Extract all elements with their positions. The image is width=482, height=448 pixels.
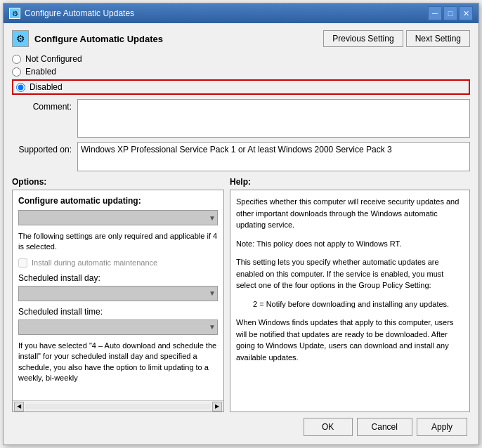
maintenance-checkbox-item: Install during automatic maintenance	[18, 258, 218, 268]
help-para-2: Note: This policy does not apply to Wind…	[236, 238, 464, 250]
title-bar: ⚙ Configure Automatic Updates ─ □ ✕	[4, 4, 478, 23]
enabled-label: Enabled	[25, 67, 56, 77]
comment-textarea[interactable]	[77, 99, 470, 138]
option-note: The following settings are only required…	[18, 231, 218, 253]
title-bar-buttons: ─ □ ✕	[428, 6, 473, 20]
disabled-label: Disabled	[30, 82, 63, 92]
schedule-day-label: Scheduled install day:	[18, 273, 218, 283]
enabled-option[interactable]: Enabled	[12, 67, 470, 77]
cancel-button[interactable]: Cancel	[357, 418, 412, 436]
help-inner[interactable]: Specifies whether this computer will rec…	[230, 190, 469, 411]
supported-value: Windows XP Professional Service Pack 1 o…	[77, 142, 470, 171]
header-left: ⚙ Configure Automatic Updates	[12, 30, 163, 47]
configure-updating-title: Configure automatic updating:	[18, 196, 218, 206]
not-configured-radio[interactable]	[12, 55, 21, 64]
help-section-label: Help:	[230, 177, 470, 187]
title-bar-left: ⚙ Configure Automatic Updates	[9, 8, 134, 19]
options-panel: Configure automatic updating: ▼ The foll…	[12, 190, 224, 412]
minimize-button[interactable]: ─	[428, 6, 442, 20]
help-para-5: When Windows finds updates that apply to…	[236, 317, 464, 363]
header-buttons: Previous Setting Next Setting	[323, 30, 470, 47]
supported-label: Supported on:	[12, 142, 72, 171]
close-button[interactable]: ✕	[459, 6, 473, 20]
footer-note: If you have selected "4 – Auto download …	[18, 341, 218, 384]
scroll-track[interactable]	[25, 404, 211, 409]
configure-updating-dropdown[interactable]: ▼	[18, 210, 218, 225]
main-window: ⚙ Configure Automatic Updates ─ □ ✕ ⚙ Co…	[3, 3, 479, 445]
help-para-1: Specifies whether this computer will rec…	[236, 196, 464, 231]
not-configured-option[interactable]: Not Configured	[12, 54, 470, 64]
window-title: Configure Automatic Updates	[25, 8, 134, 18]
window-icon: ⚙	[9, 8, 20, 19]
comment-row: Comment:	[12, 99, 470, 138]
options-inner[interactable]: Configure automatic updating: ▼ The foll…	[13, 190, 223, 400]
bottom-bar: OK Cancel Apply	[12, 412, 470, 439]
section-labels: Options: Help:	[12, 177, 470, 187]
next-setting-button[interactable]: Next Setting	[406, 30, 470, 47]
disabled-radio[interactable]	[16, 83, 25, 92]
apply-button[interactable]: Apply	[417, 418, 467, 436]
radio-section: Not Configured Enabled Disabled	[12, 54, 470, 95]
help-para-3: This setting lets you specify whether au…	[236, 256, 464, 291]
maintenance-label: Install during automatic maintenance	[32, 258, 157, 267]
scroll-right-button[interactable]: ▶	[212, 402, 222, 411]
options-section-label: Options:	[12, 177, 230, 187]
disabled-option[interactable]: Disabled	[12, 79, 470, 95]
not-configured-label: Not Configured	[25, 54, 82, 64]
help-panel: Specifies whether this computer will rec…	[230, 190, 470, 412]
horizontal-scrollbar[interactable]: ◀ ▶	[13, 400, 223, 411]
ok-button[interactable]: OK	[304, 418, 353, 436]
scroll-left-button[interactable]: ◀	[14, 402, 24, 411]
comment-label: Comment:	[12, 99, 72, 138]
maximize-button[interactable]: □	[443, 6, 457, 20]
header-icon: ⚙	[12, 30, 29, 47]
schedule-time-label: Scheduled install time:	[18, 307, 218, 317]
maintenance-checkbox[interactable]	[18, 258, 27, 268]
dropdown-arrow: ▼	[209, 214, 216, 222]
main-content: Configure automatic updating: ▼ The foll…	[12, 190, 470, 412]
window-body: ⚙ Configure Automatic Updates Previous S…	[4, 23, 478, 444]
schedule-time-arrow: ▼	[209, 323, 216, 331]
schedule-day-arrow: ▼	[209, 289, 216, 297]
enabled-radio[interactable]	[12, 67, 21, 77]
header-row: ⚙ Configure Automatic Updates Previous S…	[12, 30, 470, 47]
header-title: Configure Automatic Updates	[34, 34, 163, 44]
schedule-day-dropdown[interactable]: ▼	[18, 286, 218, 301]
help-para-4: 2 = Notify before downloading and instal…	[253, 298, 464, 310]
schedule-time-dropdown[interactable]: ▼	[18, 319, 218, 335]
supported-row: Supported on: Windows XP Professional Se…	[12, 142, 470, 171]
previous-setting-button[interactable]: Previous Setting	[323, 30, 403, 47]
